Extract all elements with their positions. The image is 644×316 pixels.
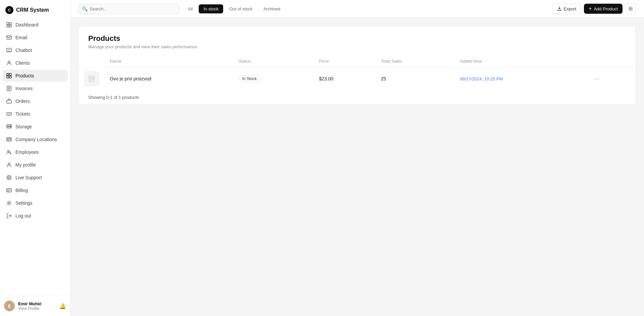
- sidebar-item-my-profile[interactable]: My profile: [3, 159, 67, 171]
- product-name: Ovo je prvi proizvod: [104, 67, 233, 90]
- view-profile-link[interactable]: View Profile: [18, 306, 56, 311]
- col-total-sales: Total Sales: [376, 55, 455, 67]
- sidebar-label-storage: Storage: [15, 124, 32, 129]
- svg-point-9: [8, 61, 10, 63]
- sidebar-label-chatbot: Chatbot: [15, 48, 32, 53]
- sidebar-label-company-locations: Company Locations: [15, 137, 57, 142]
- product-thumbnail: [84, 71, 99, 86]
- sidebar-item-email[interactable]: Email: [3, 31, 67, 44]
- employees-icon: [6, 149, 12, 155]
- settings-icon: [6, 200, 12, 206]
- sidebar-item-live-support[interactable]: Live Support: [3, 172, 67, 184]
- date-link[interactable]: 08/17/2024, 10:25 PM: [460, 76, 503, 81]
- sidebar-item-orders[interactable]: Orders: [3, 95, 67, 107]
- svg-point-20: [10, 127, 11, 128]
- profile-icon: [6, 162, 12, 168]
- add-product-button[interactable]: + Add Product: [584, 4, 623, 14]
- sidebar-item-employees[interactable]: Employees: [3, 146, 67, 158]
- product-added-time: 08/17/2024, 10:25 PM: [454, 67, 587, 90]
- plus-icon: +: [589, 6, 592, 11]
- col-actions: [587, 55, 636, 67]
- svg-point-23: [8, 163, 10, 165]
- sidebar-item-products[interactable]: Products: [3, 70, 67, 82]
- filter-tabs: All In stock Out of stock Archived: [183, 4, 285, 13]
- sidebar-label-live-support: Live Support: [15, 175, 42, 180]
- showing-middle: of: [112, 95, 118, 100]
- sidebar-item-dashboard[interactable]: Dashboard: [3, 19, 67, 31]
- logout-icon: [6, 213, 12, 219]
- filter-tab-archived[interactable]: Archived: [259, 4, 285, 13]
- sidebar-label-settings: Settings: [15, 200, 33, 206]
- svg-rect-3: [9, 25, 11, 27]
- sidebar-label-billing: Billing: [15, 188, 28, 193]
- svg-rect-15: [7, 100, 11, 103]
- svg-point-25: [8, 177, 10, 179]
- showing-range: 0-1: [106, 95, 112, 100]
- col-name: Name: [104, 55, 233, 67]
- sidebar-label-tickets: Tickets: [15, 111, 30, 117]
- sidebar-item-invoices[interactable]: Invoices: [3, 82, 67, 94]
- more-options-button[interactable]: ···: [592, 75, 601, 83]
- user-avatar: E: [4, 301, 15, 311]
- settings-button[interactable]: [625, 3, 636, 14]
- svg-rect-2: [7, 25, 9, 27]
- sidebar-label-logout: Log out: [15, 213, 31, 218]
- svg-point-7: [9, 50, 9, 50]
- filter-tab-in-stock[interactable]: In stock: [199, 4, 223, 13]
- sidebar-item-logout[interactable]: Log out: [3, 210, 67, 222]
- sidebar-label-my-profile: My profile: [15, 162, 36, 168]
- col-status: Status: [233, 55, 314, 67]
- col-added-time: Added time: [454, 55, 587, 67]
- content-area: Products Manage your products and view t…: [70, 18, 644, 316]
- clients-icon: [6, 60, 12, 66]
- sidebar-item-tickets[interactable]: Tickets: [3, 108, 67, 120]
- search-icon: 🔍: [82, 6, 88, 11]
- location-icon: [6, 136, 12, 142]
- page-title: Products: [88, 34, 626, 43]
- sidebar-label-employees: Employees: [15, 149, 39, 155]
- svg-rect-13: [9, 76, 11, 78]
- search-wrapper: 🔍: [79, 4, 179, 14]
- svg-rect-10: [7, 73, 9, 75]
- search-input[interactable]: [79, 4, 179, 14]
- sidebar-item-billing[interactable]: Billing: [3, 184, 67, 196]
- col-thumb: [79, 55, 104, 67]
- svg-rect-1: [9, 22, 11, 24]
- svg-point-6: [8, 50, 9, 50]
- table-row: Ovo je prvi proizvod In Stock $23.00 25 …: [79, 67, 636, 90]
- app-title: CRM System: [16, 7, 49, 13]
- tickets-icon: [6, 111, 12, 117]
- user-name: Emir Muhić: [18, 301, 56, 306]
- sidebar-footer: E Emir Muhić View Profile 🔔: [0, 296, 70, 316]
- sidebar-label-clients: Clients: [15, 60, 30, 66]
- sidebar-label-email: Email: [15, 35, 27, 40]
- svg-point-27: [8, 202, 10, 204]
- filter-tab-all[interactable]: All: [183, 4, 197, 13]
- svg-point-22: [8, 150, 9, 152]
- export-button[interactable]: Export: [552, 4, 582, 14]
- product-total-sales: 25: [376, 67, 455, 90]
- email-icon: [6, 35, 12, 41]
- showing-prefix: Showing: [88, 95, 106, 100]
- product-price: $23.00: [314, 67, 376, 90]
- sidebar-label-invoices: Invoices: [15, 86, 33, 91]
- products-icon: [6, 73, 12, 79]
- sidebar-item-chatbot[interactable]: Chatbot: [3, 44, 67, 56]
- sidebar: C CRM System Dashboard: [0, 0, 70, 316]
- sidebar-label-dashboard: Dashboard: [15, 22, 39, 27]
- storage-icon: [6, 124, 12, 130]
- svg-point-24: [7, 176, 11, 180]
- products-table: Name Status Price Total Sales Added time: [79, 55, 636, 90]
- product-actions-cell: ···: [587, 67, 636, 90]
- sidebar-item-company-locations[interactable]: Company Locations: [3, 133, 67, 145]
- svg-rect-26: [7, 189, 11, 192]
- notification-bell-icon[interactable]: 🔔: [59, 303, 66, 309]
- sidebar-item-clients[interactable]: Clients: [3, 57, 67, 69]
- showing-suffix: products: [121, 95, 139, 100]
- filter-tab-out-of-stock[interactable]: Out of stock: [225, 4, 257, 13]
- sidebar-item-storage[interactable]: Storage: [3, 121, 67, 133]
- svg-point-19: [10, 125, 11, 126]
- billing-icon: [6, 187, 12, 193]
- nav-list: Dashboard Email C: [0, 19, 70, 296]
- sidebar-item-settings[interactable]: Settings: [3, 197, 67, 209]
